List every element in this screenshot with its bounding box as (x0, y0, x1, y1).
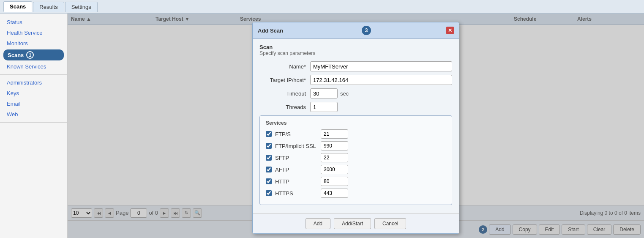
modal-title-bar: Add Scan 3 ✕ (253, 22, 459, 39)
target-label: Target IP/host* (259, 77, 310, 83)
sidebar: Status Health Service Monitors Scans 1 K… (0, 14, 68, 238)
modal-body: Scan Specify scan parameters Name* Targe… (253, 39, 459, 213)
sidebar-item-health-service[interactable]: Health Service (0, 27, 67, 38)
http-port[interactable] (321, 177, 348, 186)
service-row-ftps: FTP/S (266, 129, 446, 139)
content-area: Name ▲ Target Host ▼ Services Schedule A… (68, 14, 644, 238)
ftps-name: FTP/S (275, 131, 317, 137)
ftp-implicit-checkbox[interactable] (266, 143, 272, 149)
sidebar-item-keys[interactable]: Keys (0, 88, 67, 98)
footer-add-start-btn[interactable]: Add/Start (334, 218, 371, 229)
service-row-https: HTTPS (266, 189, 446, 198)
aftp-name: AFTP (275, 167, 317, 173)
sidebar-divider-2 (0, 122, 67, 123)
threads-input[interactable] (310, 102, 338, 112)
sftp-port[interactable] (321, 153, 348, 162)
target-row: Target IP/host* (259, 75, 452, 85)
aftp-port[interactable] (321, 165, 348, 174)
top-tab-bar: Scans Results Settings (0, 0, 644, 14)
services-box-label: Services (266, 120, 446, 126)
tab-results[interactable]: Results (33, 2, 64, 12)
http-checkbox[interactable] (266, 178, 272, 184)
name-row: Name* (259, 61, 452, 71)
https-checkbox[interactable] (266, 190, 272, 196)
modal-footer: Add Add/Start Cancel (253, 213, 459, 233)
main-layout: Status Health Service Monitors Scans 1 K… (0, 14, 644, 238)
service-row-sftp: SFTP (266, 153, 446, 162)
sftp-checkbox[interactable] (266, 155, 272, 161)
modal-section-title: Scan (259, 44, 452, 50)
name-input[interactable] (310, 61, 452, 71)
timeout-input[interactable] (310, 88, 338, 98)
sidebar-item-email[interactable]: Email (0, 98, 67, 109)
threads-label: Threads (259, 104, 310, 110)
footer-cancel-btn[interactable]: Cancel (374, 218, 406, 229)
http-name: HTTP (275, 178, 317, 185)
footer-add-btn[interactable]: Add (306, 218, 330, 229)
https-port[interactable] (321, 189, 348, 198)
sidebar-item-status[interactable]: Status (0, 17, 67, 27)
service-row-http: HTTP (266, 177, 446, 186)
sidebar-scans-badge: 1 (26, 51, 34, 59)
services-box: Services FTP/S FTP/Implicit SSL (259, 115, 452, 205)
service-row-ftp-implicit: FTP/Implicit SSL (266, 141, 446, 150)
sidebar-item-known-services[interactable]: Known Services (0, 61, 67, 72)
modal-close-btn[interactable]: ✕ (446, 27, 454, 34)
modal-badge-3: 3 (362, 26, 371, 35)
timeout-label: Timeout (259, 90, 310, 97)
ftps-checkbox[interactable] (266, 131, 272, 137)
service-row-aftp: AFTP (266, 165, 446, 174)
aftp-checkbox[interactable] (266, 167, 272, 172)
sidebar-scans-label: Scans (8, 52, 24, 58)
sidebar-item-administrators[interactable]: Administrators (0, 77, 67, 88)
add-scan-modal: Add Scan 3 ✕ Scan Specify scan parameter… (252, 22, 459, 234)
modal-title: Add Scan (258, 27, 283, 34)
threads-row: Threads (259, 102, 452, 112)
name-label: Name* (259, 63, 310, 70)
https-name: HTTPS (275, 190, 317, 197)
modal-overlay: Add Scan 3 ✕ Scan Specify scan parameter… (68, 14, 644, 238)
sidebar-item-monitors[interactable]: Monitors (0, 38, 67, 49)
ftp-implicit-port[interactable] (321, 141, 348, 150)
sidebar-divider-1 (0, 74, 67, 75)
tab-scans[interactable]: Scans (3, 1, 32, 12)
tab-settings[interactable]: Settings (65, 2, 98, 12)
timeout-row: Timeout sec (259, 88, 452, 98)
sftp-name: SFTP (275, 155, 317, 161)
target-input[interactable] (310, 75, 452, 85)
timeout-unit: sec (340, 90, 349, 97)
sidebar-item-scans[interactable]: Scans 1 (3, 49, 64, 60)
modal-section-sub: Specify scan parameters (259, 50, 452, 56)
ftps-port[interactable] (321, 129, 348, 139)
sidebar-item-web[interactable]: Web (0, 109, 67, 120)
ftp-implicit-name: FTP/Implicit SSL (275, 143, 317, 149)
